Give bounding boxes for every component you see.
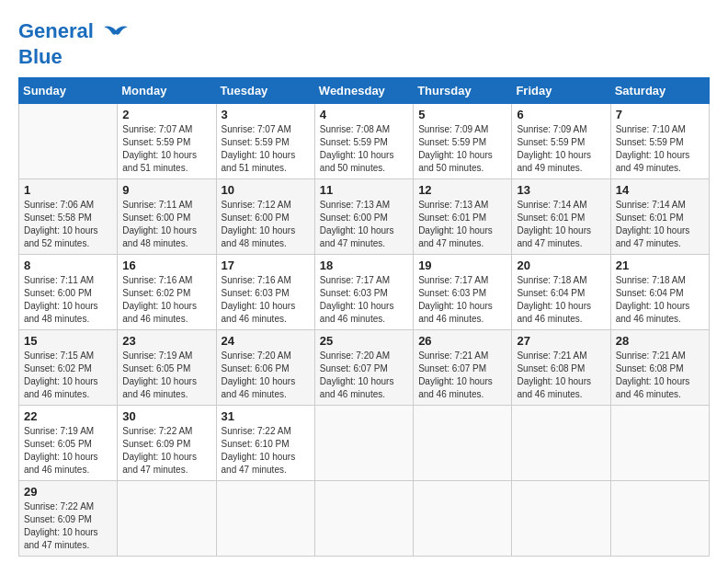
- day-info: Sunrise: 7:09 AMSunset: 5:59 PMDaylight:…: [418, 123, 506, 175]
- day-info: Sunrise: 7:14 AMSunset: 6:01 PMDaylight:…: [616, 199, 704, 250]
- day-info: Sunrise: 7:22 AMSunset: 6:09 PMDaylight:…: [24, 500, 112, 552]
- calendar-cell: 14Sunrise: 7:14 AMSunset: 6:01 PMDayligh…: [610, 179, 709, 255]
- day-header-saturday: Saturday: [610, 78, 709, 104]
- calendar-cell: 21Sunrise: 7:18 AMSunset: 6:04 PMDayligh…: [610, 255, 709, 330]
- calendar-cell: [512, 406, 610, 481]
- calendar-cell: 31Sunrise: 7:22 AMSunset: 6:10 PMDayligh…: [216, 406, 314, 481]
- day-number: 4: [320, 108, 408, 121]
- day-info: Sunrise: 7:11 AMSunset: 6:00 PMDaylight:…: [24, 274, 112, 326]
- calendar-cell: 17Sunrise: 7:16 AMSunset: 6:03 PMDayligh…: [216, 255, 314, 330]
- calendar-cell: 20Sunrise: 7:18 AMSunset: 6:04 PMDayligh…: [512, 255, 610, 330]
- calendar-cell: 2Sunrise: 7:07 AMSunset: 5:59 PMDaylight…: [118, 104, 216, 179]
- calendar-table: SundayMondayTuesdayWednesdayThursdayFrid…: [18, 77, 710, 557]
- calendar-cell: 19Sunrise: 7:17 AMSunset: 6:03 PMDayligh…: [414, 255, 512, 330]
- day-info: Sunrise: 7:16 AMSunset: 6:02 PMDaylight:…: [122, 274, 210, 326]
- day-info: Sunrise: 7:21 AMSunset: 6:08 PMDaylight:…: [517, 350, 605, 401]
- calendar-cell: 13Sunrise: 7:14 AMSunset: 6:01 PMDayligh…: [512, 179, 610, 255]
- day-number: 9: [122, 183, 210, 197]
- day-number: 8: [24, 259, 112, 272]
- day-info: Sunrise: 7:08 AMSunset: 5:59 PMDaylight:…: [320, 123, 408, 175]
- calendar-cell: 1Sunrise: 7:06 AMSunset: 5:58 PMDaylight…: [19, 179, 118, 255]
- calendar-cell: 11Sunrise: 7:13 AMSunset: 6:00 PMDayligh…: [314, 179, 413, 255]
- calendar-cell: [118, 481, 216, 557]
- day-info: Sunrise: 7:13 AMSunset: 6:00 PMDaylight:…: [320, 199, 408, 250]
- day-header-thursday: Thursday: [414, 78, 512, 104]
- day-info: Sunrise: 7:18 AMSunset: 6:04 PMDaylight:…: [517, 274, 605, 326]
- day-info: Sunrise: 7:17 AMSunset: 6:03 PMDaylight:…: [418, 274, 506, 326]
- day-number: 15: [24, 334, 112, 348]
- calendar-cell: 12Sunrise: 7:13 AMSunset: 6:01 PMDayligh…: [414, 179, 512, 255]
- calendar-cell: 30Sunrise: 7:22 AMSunset: 6:09 PMDayligh…: [118, 406, 216, 481]
- day-info: Sunrise: 7:20 AMSunset: 6:07 PMDaylight:…: [320, 350, 408, 401]
- calendar-week-4: 22Sunrise: 7:19 AMSunset: 6:05 PMDayligh…: [19, 406, 710, 481]
- calendar-cell: 26Sunrise: 7:21 AMSunset: 6:07 PMDayligh…: [414, 330, 512, 406]
- calendar-cell: 9Sunrise: 7:11 AMSunset: 6:00 PMDaylight…: [118, 179, 216, 255]
- calendar-cell: 10Sunrise: 7:12 AMSunset: 6:00 PMDayligh…: [216, 179, 314, 255]
- calendar-cell: 16Sunrise: 7:16 AMSunset: 6:02 PMDayligh…: [118, 255, 216, 330]
- day-number: 31: [222, 409, 310, 423]
- day-info: Sunrise: 7:21 AMSunset: 6:08 PMDaylight:…: [616, 350, 704, 401]
- calendar-cell: 5Sunrise: 7:09 AMSunset: 5:59 PMDaylight…: [414, 104, 512, 179]
- calendar-week-2: 8Sunrise: 7:11 AMSunset: 6:00 PMDaylight…: [19, 255, 710, 330]
- day-number: 26: [418, 334, 506, 348]
- day-number: 16: [122, 259, 210, 272]
- day-number: 5: [418, 108, 506, 121]
- day-number: 19: [418, 259, 506, 272]
- day-number: 18: [320, 259, 408, 272]
- calendar-cell: 3Sunrise: 7:07 AMSunset: 5:59 PMDaylight…: [216, 104, 314, 179]
- calendar-week-0: 2Sunrise: 7:07 AMSunset: 5:59 PMDaylight…: [19, 104, 710, 179]
- calendar-cell: 23Sunrise: 7:19 AMSunset: 6:05 PMDayligh…: [118, 330, 216, 406]
- calendar-cell: 7Sunrise: 7:10 AMSunset: 5:59 PMDaylight…: [610, 104, 709, 179]
- calendar-cell: [414, 481, 512, 557]
- day-header-tuesday: Tuesday: [216, 78, 314, 104]
- calendar-cell: [314, 406, 413, 481]
- day-number: 6: [517, 108, 605, 121]
- calendar-week-3: 15Sunrise: 7:15 AMSunset: 6:02 PMDayligh…: [19, 330, 710, 406]
- day-number: 20: [517, 259, 605, 272]
- day-header-sunday: Sunday: [19, 78, 118, 104]
- calendar-cell: [610, 406, 709, 481]
- day-number: 25: [320, 334, 408, 348]
- day-info: Sunrise: 7:21 AMSunset: 6:07 PMDaylight:…: [418, 350, 506, 401]
- day-number: 23: [122, 334, 210, 348]
- calendar-cell: 28Sunrise: 7:21 AMSunset: 6:08 PMDayligh…: [610, 330, 709, 406]
- day-info: Sunrise: 7:13 AMSunset: 6:01 PMDaylight:…: [418, 199, 506, 250]
- day-number: 14: [616, 183, 704, 197]
- calendar-cell: 27Sunrise: 7:21 AMSunset: 6:08 PMDayligh…: [512, 330, 610, 406]
- calendar-cell: 8Sunrise: 7:11 AMSunset: 6:00 PMDaylight…: [19, 255, 118, 330]
- day-number: 17: [222, 259, 310, 272]
- day-number: 7: [616, 108, 704, 121]
- day-info: Sunrise: 7:10 AMSunset: 5:59 PMDaylight:…: [616, 123, 704, 175]
- day-number: 24: [222, 334, 310, 348]
- calendar-cell: 6Sunrise: 7:09 AMSunset: 5:59 PMDaylight…: [512, 104, 610, 179]
- day-number: 1: [24, 183, 112, 197]
- day-header-wednesday: Wednesday: [314, 78, 413, 104]
- day-info: Sunrise: 7:12 AMSunset: 6:00 PMDaylight:…: [222, 199, 310, 250]
- calendar-cell: [19, 104, 118, 179]
- calendar-week-1: 1Sunrise: 7:06 AMSunset: 5:58 PMDaylight…: [19, 179, 710, 255]
- logo-text-general: General: [18, 19, 94, 42]
- logo-bird-icon: [102, 18, 130, 46]
- page-header: General Blue: [18, 18, 710, 68]
- calendar-cell: 22Sunrise: 7:19 AMSunset: 6:05 PMDayligh…: [19, 406, 118, 481]
- day-info: Sunrise: 7:18 AMSunset: 6:04 PMDaylight:…: [616, 274, 704, 326]
- day-info: Sunrise: 7:07 AMSunset: 5:59 PMDaylight:…: [122, 123, 210, 175]
- day-header-monday: Monday: [118, 78, 216, 104]
- logo: General Blue: [18, 18, 130, 68]
- day-number: 2: [122, 108, 210, 121]
- day-number: 13: [517, 183, 605, 197]
- day-number: 29: [24, 485, 112, 499]
- day-number: 28: [616, 334, 704, 348]
- day-header-friday: Friday: [512, 78, 610, 104]
- day-info: Sunrise: 7:17 AMSunset: 6:03 PMDaylight:…: [320, 274, 408, 326]
- day-number: 30: [122, 409, 210, 423]
- day-info: Sunrise: 7:07 AMSunset: 5:59 PMDaylight:…: [222, 123, 310, 175]
- day-info: Sunrise: 7:09 AMSunset: 5:59 PMDaylight:…: [517, 123, 605, 175]
- calendar-cell: 4Sunrise: 7:08 AMSunset: 5:59 PMDaylight…: [314, 104, 413, 179]
- calendar-cell: 18Sunrise: 7:17 AMSunset: 6:03 PMDayligh…: [314, 255, 413, 330]
- calendar-header-row: SundayMondayTuesdayWednesdayThursdayFrid…: [19, 78, 710, 104]
- calendar-cell: [314, 481, 413, 557]
- day-info: Sunrise: 7:19 AMSunset: 6:05 PMDaylight:…: [24, 425, 112, 477]
- day-number: 22: [24, 409, 112, 423]
- calendar-week-5: 29Sunrise: 7:22 AMSunset: 6:09 PMDayligh…: [19, 481, 710, 557]
